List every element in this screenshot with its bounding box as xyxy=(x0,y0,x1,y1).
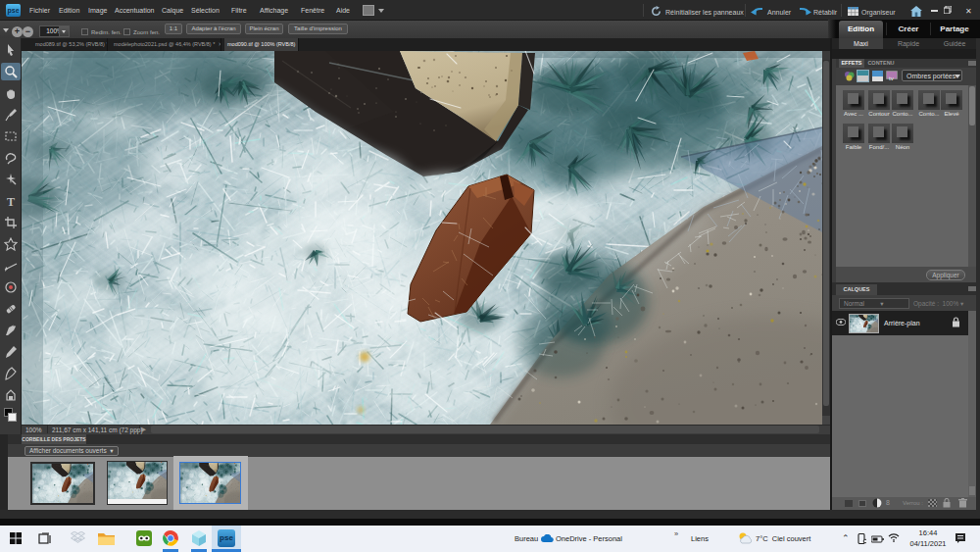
svg-text:T: T xyxy=(7,195,15,208)
svg-text:tv: tv xyxy=(889,75,894,81)
